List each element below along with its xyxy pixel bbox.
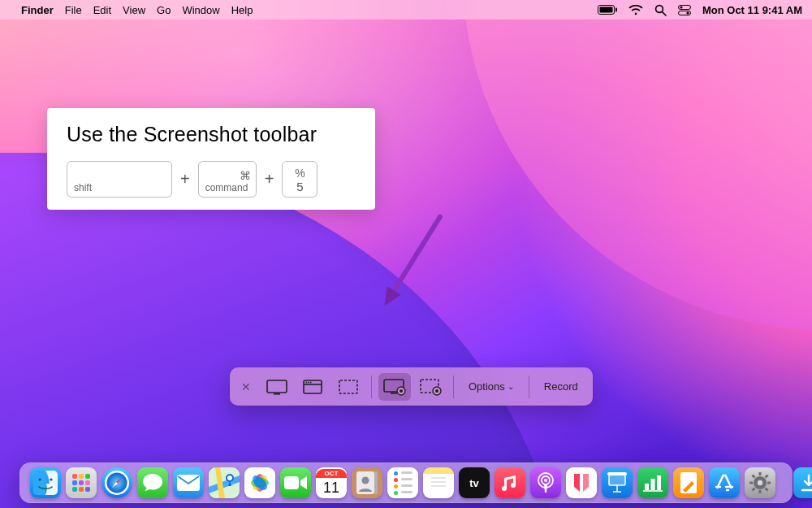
dock-app-tv[interactable]: tv: [459, 467, 490, 498]
menu-item-window[interactable]: Window: [182, 4, 219, 16]
toolbar-separator: [371, 376, 372, 398]
menu-item-help[interactable]: Help: [231, 4, 253, 16]
svg-rect-9: [267, 380, 287, 393]
instruction-title: Use the Screenshot toolbar: [67, 123, 356, 146]
svg-rect-10: [274, 393, 280, 395]
record-button[interactable]: Record: [534, 380, 588, 393]
svg-point-40: [362, 477, 369, 484]
close-toolbar-button[interactable]: ✕: [238, 380, 254, 393]
record-selection-button[interactable]: [414, 373, 447, 401]
svg-rect-16: [339, 380, 357, 393]
svg-rect-1: [599, 7, 612, 13]
svg-line-63: [753, 475, 755, 478]
key-command: ⌘ command: [198, 161, 257, 198]
dock-app-contacts[interactable]: [352, 467, 382, 498]
svg-rect-47: [609, 475, 625, 485]
svg-rect-54: [657, 475, 661, 490]
svg-point-25: [50, 478, 52, 480]
svg-point-20: [400, 389, 403, 393]
capture-entire-screen-button[interactable]: [261, 373, 293, 401]
dock-app-music[interactable]: [495, 467, 525, 498]
toolbar-separator: [453, 376, 454, 398]
svg-line-64: [766, 488, 768, 491]
chevron-down-icon: ⌄: [508, 382, 514, 391]
keyboard-shortcut: shift + ⌘ command + % 5: [67, 161, 356, 198]
svg-rect-39: [374, 471, 378, 494]
dock-app-pages[interactable]: [673, 467, 704, 498]
svg-rect-2: [615, 8, 617, 12]
key-shift: shift: [67, 161, 172, 198]
key-five: % 5: [282, 161, 317, 198]
dock: OCT 11 tv: [19, 462, 793, 503]
menu-item-edit[interactable]: Edit: [93, 4, 111, 16]
options-dropdown[interactable]: Options ⌄: [459, 380, 524, 393]
svg-rect-53: [651, 479, 655, 490]
dock-app-messages[interactable]: [137, 467, 168, 498]
plus-icon: +: [179, 170, 192, 189]
svg-point-6: [680, 6, 682, 8]
wifi-status-icon[interactable]: [628, 5, 643, 15]
dock-app-reminders[interactable]: [387, 467, 418, 498]
dock-app-mail[interactable]: [173, 467, 204, 498]
plus-icon: +: [263, 170, 276, 189]
svg-point-15: [310, 381, 312, 383]
screenshot-toolbar: ✕ Options ⌄ Record: [230, 367, 593, 406]
svg-rect-51: [607, 472, 627, 475]
svg-point-46: [544, 479, 547, 482]
dock-app-maps[interactable]: [209, 467, 240, 498]
svg-rect-18: [391, 393, 397, 394]
dock-app-numbers[interactable]: [637, 467, 668, 498]
dock-app-launchpad[interactable]: [66, 467, 97, 498]
svg-point-14: [308, 381, 309, 383]
desktop-wallpaper: [0, 0, 812, 508]
svg-point-58: [758, 480, 762, 485]
menu-app-name[interactable]: Finder: [21, 4, 54, 16]
dock-app-notes[interactable]: [423, 467, 454, 498]
instruction-card: Use the Screenshot toolbar shift + ⌘ com…: [47, 108, 375, 210]
svg-point-32: [227, 475, 233, 481]
svg-rect-52: [645, 484, 649, 490]
menu-bar: Finder File Edit View Go Window Help Mon…: [0, 0, 812, 20]
control-center-icon[interactable]: [678, 5, 691, 15]
dock-app-finder[interactable]: [30, 467, 61, 498]
svg-line-66: [753, 488, 755, 491]
menu-item-file[interactable]: File: [65, 4, 82, 16]
menu-item-view[interactable]: View: [123, 4, 145, 16]
capture-selection-button[interactable]: [332, 373, 365, 401]
svg-rect-30: [177, 475, 200, 491]
battery-status-icon[interactable]: [598, 5, 617, 15]
dock-downloads[interactable]: [793, 467, 812, 498]
svg-line-65: [766, 475, 768, 478]
record-entire-screen-button[interactable]: [378, 373, 411, 401]
svg-line-4: [662, 11, 666, 15]
dock-app-system-preferences[interactable]: [745, 467, 775, 498]
svg-rect-37: [284, 476, 299, 489]
menu-item-go[interactable]: Go: [157, 4, 171, 16]
svg-point-24: [38, 478, 41, 480]
dock-app-safari[interactable]: [102, 467, 132, 498]
dock-app-appstore[interactable]: [709, 467, 740, 498]
menu-clock[interactable]: Mon Oct 11 9:41 AM: [702, 4, 802, 16]
capture-window-button[interactable]: [296, 373, 329, 401]
svg-point-23: [435, 389, 438, 393]
dock-app-calendar[interactable]: OCT 11: [316, 467, 347, 498]
calendar-day: 11: [323, 478, 339, 497]
svg-rect-56: [680, 472, 697, 493]
dock-app-facetime[interactable]: [280, 467, 311, 498]
dock-app-keynote[interactable]: [602, 467, 633, 498]
svg-point-8: [686, 11, 689, 14]
spotlight-search-icon[interactable]: [654, 4, 667, 16]
calendar-month: OCT: [316, 469, 347, 478]
svg-point-13: [305, 381, 307, 383]
dock-app-photos[interactable]: [244, 467, 275, 498]
dock-app-podcasts[interactable]: [530, 467, 561, 498]
toolbar-separator: [529, 376, 529, 398]
dock-app-news[interactable]: [566, 467, 597, 498]
